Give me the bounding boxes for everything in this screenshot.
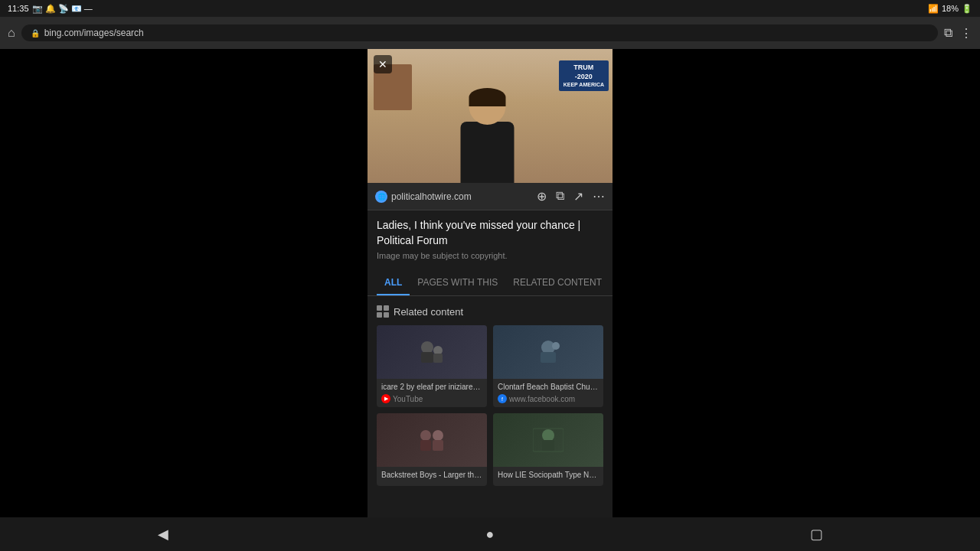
content-card-4[interactable]: How LIE Sociopath Type Negotiat... xyxy=(493,413,603,486)
svg-rect-12 xyxy=(542,440,554,451)
image-background-scene: TRUM -2020 KEEP AMERICA xyxy=(368,49,612,183)
browser-menu-button[interactable]: ⋮ xyxy=(960,26,972,41)
card-title-2: Clontarf Beach Baptist Church w... xyxy=(498,382,599,392)
content-card-1[interactable]: icare 2 by eleaf per iniziare a sva... ▶… xyxy=(377,325,487,407)
trump-banner: TRUM -2020 KEEP AMERICA xyxy=(559,60,609,91)
grid-icon xyxy=(377,305,389,318)
status-time: 11:35 xyxy=(8,4,29,13)
status-battery-icon: 🔋 xyxy=(962,4,972,14)
image-title: Ladies, I think you've missed your chanc… xyxy=(377,218,603,248)
person-torso xyxy=(461,122,514,183)
card-image-3 xyxy=(377,413,487,467)
card-title-3: Backstreet Boys - Larger than life... xyxy=(381,470,482,480)
trump-banner-line2: -2020 xyxy=(564,73,604,82)
card-source-2: f www.facebook.com xyxy=(498,394,599,403)
card-info-4: How LIE Sociopath Type Negotiat... xyxy=(493,467,603,486)
content-card-3[interactable]: Backstreet Boys - Larger than life... xyxy=(377,413,487,486)
bottom-navigation: ◀ ● ▢ xyxy=(0,517,980,551)
source-globe-icon: 🌐 xyxy=(375,191,387,203)
preview-image: TRUM -2020 KEEP AMERICA ✕ xyxy=(368,49,612,183)
trump-banner-line1: TRUM xyxy=(564,64,604,73)
svg-rect-8 xyxy=(420,440,431,451)
person-figure xyxy=(461,122,514,183)
card-image-1 xyxy=(377,325,487,379)
status-battery: 18% xyxy=(942,4,959,13)
status-wifi: 📶 xyxy=(928,4,939,14)
source-name[interactable]: politicalhotwire.com xyxy=(391,191,472,202)
card-title-4: How LIE Sociopath Type Negotiat... xyxy=(498,470,599,480)
overview-button[interactable]: ▢ xyxy=(802,523,832,545)
grid-dot-4 xyxy=(384,312,389,318)
svg-point-0 xyxy=(421,341,433,354)
source-info: 🌐 politicalhotwire.com xyxy=(375,191,472,203)
grid-dot-1 xyxy=(377,305,382,311)
card-info-2: Clontarf Beach Baptist Church w... f www… xyxy=(493,379,603,407)
related-content-header: Related content xyxy=(377,305,603,318)
status-bar: 11:35 📷 🔔 📡 📧 — 📶 18% 🔋 xyxy=(0,0,980,17)
card-title-1: icare 2 by eleaf per iniziare a sva... xyxy=(381,382,482,392)
card-source-name-1: YouTube xyxy=(393,395,423,403)
close-button[interactable]: ✕ xyxy=(374,55,392,73)
browser-chrome: ⌂ 🔒 bing.com/images/search ⧉ ⋮ xyxy=(0,17,980,49)
status-right: 📶 18% 🔋 xyxy=(928,4,972,14)
lock-icon: 🔒 xyxy=(31,29,40,37)
phone-screen: TRUM -2020 KEEP AMERICA ✕ 🌐 xyxy=(0,49,980,517)
grid-dot-2 xyxy=(384,305,389,311)
svg-point-9 xyxy=(433,430,443,441)
browser-tabs-button[interactable]: ⧉ xyxy=(944,26,952,41)
related-content-section: Related content icare 2 by eleaf pe xyxy=(368,296,612,495)
back-button[interactable]: ◀ xyxy=(148,523,178,545)
status-icons: 📷 🔔 📡 📧 — xyxy=(32,4,93,14)
svg-rect-3 xyxy=(433,354,443,363)
visual-search-button[interactable]: ⊕ xyxy=(537,189,547,204)
related-content-title: Related content xyxy=(394,306,463,318)
content-card-2[interactable]: Clontarf Beach Baptist Church w... f www… xyxy=(493,325,603,407)
browser-actions: ⧉ ⋮ xyxy=(944,26,972,41)
card-source-1: ▶ YouTube xyxy=(381,394,482,403)
svg-rect-1 xyxy=(421,352,433,363)
tab-all[interactable]: ALL xyxy=(377,269,410,295)
trump-banner-line3: KEEP AMERICA xyxy=(564,81,604,88)
facebook-icon-2: f xyxy=(498,394,507,403)
share-button[interactable]: ↗ xyxy=(573,189,583,204)
person-head xyxy=(469,88,506,125)
card-info-3: Backstreet Boys - Larger than life... xyxy=(377,467,487,486)
more-button[interactable]: ⋯ xyxy=(593,189,605,204)
source-bar: 🌐 politicalhotwire.com ⊕ ⧉ ↗ ⋯ xyxy=(368,183,612,210)
copy-button[interactable]: ⧉ xyxy=(556,189,564,204)
image-detail-panel: TRUM -2020 KEEP AMERICA ✕ 🌐 xyxy=(368,49,612,517)
tab-related-content[interactable]: RELATED CONTENT xyxy=(505,269,609,295)
tabs-bar: ALL PAGES WITH THIS RELATED CONTENT xyxy=(368,269,612,296)
image-copyright: Image may be subject to copyright. xyxy=(377,251,603,260)
image-title-section: Ladies, I think you've missed your chanc… xyxy=(368,210,612,265)
tab-pages-with-this[interactable]: PAGES WITH THIS xyxy=(410,269,505,295)
person-hair xyxy=(469,88,506,106)
browser-home-button[interactable]: ⌂ xyxy=(8,26,15,40)
svg-rect-5 xyxy=(541,352,556,363)
card-image-2 xyxy=(493,325,603,379)
card-image-4 xyxy=(493,413,603,467)
card-info-1: icare 2 by eleaf per iniziare a sva... ▶… xyxy=(377,379,487,407)
youtube-icon-1: ▶ xyxy=(381,394,390,403)
browser-url-text: bing.com/images/search xyxy=(44,28,144,38)
grid-dot-3 xyxy=(377,312,382,318)
home-button[interactable]: ● xyxy=(475,523,505,545)
card-source-name-2: www.facebook.com xyxy=(509,395,575,403)
svg-point-11 xyxy=(542,429,554,442)
status-left: 11:35 📷 🔔 📡 📧 — xyxy=(8,4,93,14)
source-actions: ⊕ ⧉ ↗ ⋯ xyxy=(537,189,605,204)
browser-url-bar[interactable]: 🔒 bing.com/images/search xyxy=(21,24,938,41)
content-grid: icare 2 by eleaf per iniziare a sva... ▶… xyxy=(377,325,603,486)
svg-rect-10 xyxy=(433,440,443,451)
svg-point-7 xyxy=(420,430,431,441)
svg-point-6 xyxy=(552,342,560,350)
